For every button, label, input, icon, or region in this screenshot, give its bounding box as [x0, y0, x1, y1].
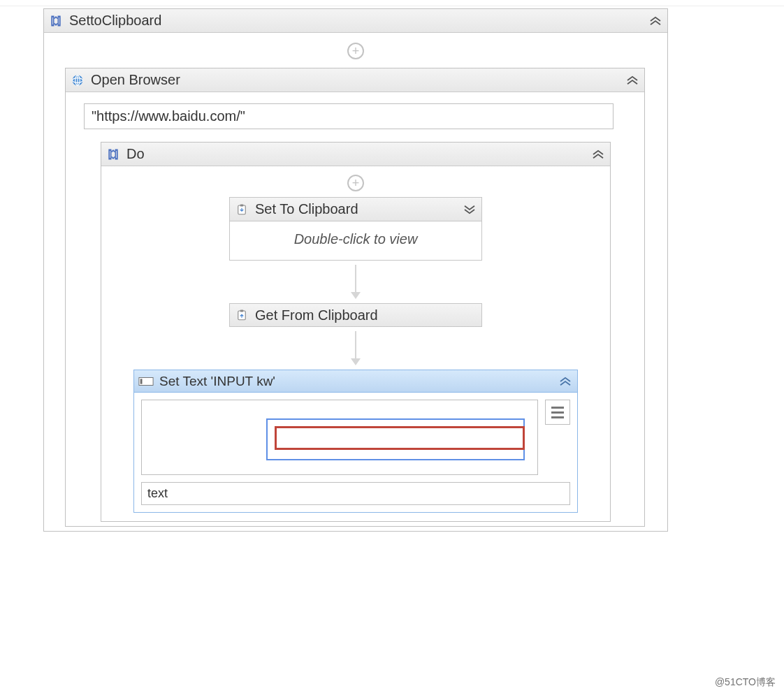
do-body: Set To Clipboard Double-click to view [101, 166, 610, 521]
do-panel: Do Set To Cl [101, 142, 611, 522]
svg-rect-8 [240, 204, 244, 206]
double-click-hint: Double-click to view [230, 221, 481, 260]
svg-rect-12 [140, 379, 143, 384]
sequence-icon [48, 13, 64, 29]
open-browser-panel: Open Browser "https://www.baidu.com/" Do [65, 68, 645, 527]
add-activity-button[interactable] [347, 175, 364, 191]
do-header[interactable]: Do [101, 143, 610, 166]
do-title: Do [126, 146, 586, 162]
set-text-title: Set Text 'INPUT kw' [159, 374, 553, 389]
element-selection-inner [275, 426, 525, 450]
collapse-chevron-icon[interactable] [559, 377, 572, 386]
target-screenshot[interactable] [141, 400, 538, 475]
open-browser-body: "https://www.baidu.com/" Do [66, 92, 644, 526]
globe-icon [70, 73, 85, 88]
sequence-body: Open Browser "https://www.baidu.com/" Do [44, 33, 667, 531]
clipboard-down-icon [234, 202, 249, 217]
sequence-header[interactable]: SettoClipboard [44, 9, 667, 33]
set-text-value-input[interactable]: text [141, 482, 570, 505]
sequence-icon [106, 147, 121, 162]
set-text-header[interactable]: Set Text 'INPUT kw' [134, 370, 577, 393]
set-to-clipboard-activity[interactable]: Set To Clipboard Double-click to view [229, 197, 482, 261]
set-text-activity[interactable]: Set Text 'INPUT kw' [133, 370, 578, 513]
svg-rect-6 [115, 149, 117, 159]
svg-rect-1 [58, 16, 60, 25]
text-field-icon [138, 374, 154, 389]
get-from-clipboard-title: Get From Clipboard [255, 307, 378, 323]
add-activity-button[interactable] [347, 43, 364, 59]
collapse-chevron-icon[interactable] [592, 149, 604, 159]
sequence-title: SettoClipboard [69, 13, 644, 29]
collapse-chevron-icon[interactable] [626, 75, 639, 85]
expand-chevron-icon[interactable] [463, 205, 476, 214]
set-text-body: text [134, 393, 577, 512]
set-to-clipboard-title: Set To Clipboard [255, 201, 458, 217]
flow-connector [351, 331, 361, 365]
open-browser-title: Open Browser [91, 72, 620, 88]
svg-rect-0 [52, 16, 54, 25]
open-browser-header[interactable]: Open Browser [66, 68, 644, 92]
target-image-strip [141, 400, 570, 475]
get-from-clipboard-activity[interactable]: Get From Clipboard [229, 303, 482, 327]
sequence-panel-settoclipboard: SettoClipboard Open Browser "https://www… [43, 8, 668, 532]
flow-connector [351, 265, 361, 299]
collapse-chevron-icon[interactable] [649, 16, 662, 26]
clipboard-up-icon [234, 307, 249, 323]
options-menu-button[interactable] [545, 400, 570, 425]
browser-url-input[interactable]: "https://www.baidu.com/" [84, 103, 614, 129]
set-to-clipboard-header[interactable]: Set To Clipboard [230, 198, 481, 221]
svg-rect-10 [240, 310, 244, 312]
watermark: @51CTO博客 [715, 676, 776, 689]
svg-rect-5 [109, 149, 111, 159]
